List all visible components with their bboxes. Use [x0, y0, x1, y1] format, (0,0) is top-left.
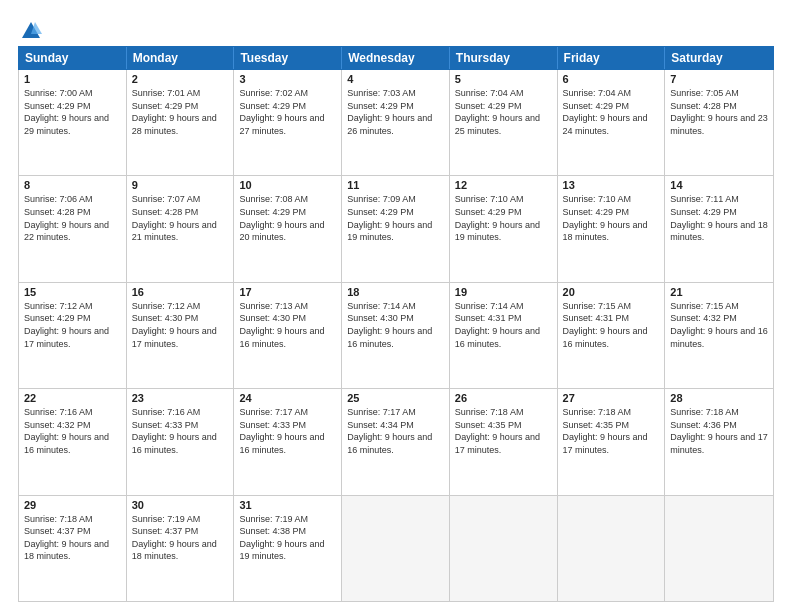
day-detail: Sunrise: 7:18 AMSunset: 4:35 PMDaylight:…: [455, 406, 552, 456]
day-detail: Sunrise: 7:05 AMSunset: 4:28 PMDaylight:…: [670, 87, 768, 137]
day-number: 16: [132, 286, 229, 298]
calendar-cell: 2Sunrise: 7:01 AMSunset: 4:29 PMDaylight…: [127, 70, 235, 175]
day-number: 7: [670, 73, 768, 85]
calendar-header: SundayMondayTuesdayWednesdayThursdayFrid…: [18, 46, 774, 70]
day-detail: Sunrise: 7:02 AMSunset: 4:29 PMDaylight:…: [239, 87, 336, 137]
calendar-cell: 1Sunrise: 7:00 AMSunset: 4:29 PMDaylight…: [19, 70, 127, 175]
calendar-cell: [558, 496, 666, 601]
calendar-week: 29Sunrise: 7:18 AMSunset: 4:37 PMDayligh…: [19, 496, 773, 601]
calendar-week: 15Sunrise: 7:12 AMSunset: 4:29 PMDayligh…: [19, 283, 773, 389]
day-detail: Sunrise: 7:10 AMSunset: 4:29 PMDaylight:…: [563, 193, 660, 243]
calendar: SundayMondayTuesdayWednesdayThursdayFrid…: [18, 46, 774, 602]
calendar-header-cell: Sunday: [19, 47, 127, 69]
page: SundayMondayTuesdayWednesdayThursdayFrid…: [0, 0, 792, 612]
day-number: 28: [670, 392, 768, 404]
day-number: 19: [455, 286, 552, 298]
day-detail: Sunrise: 7:12 AMSunset: 4:30 PMDaylight:…: [132, 300, 229, 350]
day-number: 22: [24, 392, 121, 404]
calendar-header-cell: Saturday: [665, 47, 773, 69]
calendar-cell: 24Sunrise: 7:17 AMSunset: 4:33 PMDayligh…: [234, 389, 342, 494]
calendar-cell: 19Sunrise: 7:14 AMSunset: 4:31 PMDayligh…: [450, 283, 558, 388]
calendar-cell: 5Sunrise: 7:04 AMSunset: 4:29 PMDaylight…: [450, 70, 558, 175]
calendar-cell: 3Sunrise: 7:02 AMSunset: 4:29 PMDaylight…: [234, 70, 342, 175]
calendar-cell: 25Sunrise: 7:17 AMSunset: 4:34 PMDayligh…: [342, 389, 450, 494]
calendar-header-cell: Friday: [558, 47, 666, 69]
day-detail: Sunrise: 7:07 AMSunset: 4:28 PMDaylight:…: [132, 193, 229, 243]
calendar-header-cell: Wednesday: [342, 47, 450, 69]
day-number: 26: [455, 392, 552, 404]
calendar-cell: 11Sunrise: 7:09 AMSunset: 4:29 PMDayligh…: [342, 176, 450, 281]
day-detail: Sunrise: 7:17 AMSunset: 4:34 PMDaylight:…: [347, 406, 444, 456]
day-detail: Sunrise: 7:15 AMSunset: 4:31 PMDaylight:…: [563, 300, 660, 350]
day-detail: Sunrise: 7:12 AMSunset: 4:29 PMDaylight:…: [24, 300, 121, 350]
day-detail: Sunrise: 7:13 AMSunset: 4:30 PMDaylight:…: [239, 300, 336, 350]
calendar-week: 22Sunrise: 7:16 AMSunset: 4:32 PMDayligh…: [19, 389, 773, 495]
day-detail: Sunrise: 7:18 AMSunset: 4:36 PMDaylight:…: [670, 406, 768, 456]
day-detail: Sunrise: 7:10 AMSunset: 4:29 PMDaylight:…: [455, 193, 552, 243]
day-number: 27: [563, 392, 660, 404]
day-number: 3: [239, 73, 336, 85]
calendar-header-cell: Thursday: [450, 47, 558, 69]
calendar-cell: [450, 496, 558, 601]
day-detail: Sunrise: 7:19 AMSunset: 4:38 PMDaylight:…: [239, 513, 336, 563]
day-number: 20: [563, 286, 660, 298]
logo-icon: [20, 20, 42, 42]
calendar-cell: 21Sunrise: 7:15 AMSunset: 4:32 PMDayligh…: [665, 283, 773, 388]
day-number: 5: [455, 73, 552, 85]
day-number: 23: [132, 392, 229, 404]
calendar-body: 1Sunrise: 7:00 AMSunset: 4:29 PMDaylight…: [18, 70, 774, 602]
day-number: 25: [347, 392, 444, 404]
day-detail: Sunrise: 7:04 AMSunset: 4:29 PMDaylight:…: [455, 87, 552, 137]
day-number: 8: [24, 179, 121, 191]
day-detail: Sunrise: 7:14 AMSunset: 4:31 PMDaylight:…: [455, 300, 552, 350]
day-detail: Sunrise: 7:18 AMSunset: 4:37 PMDaylight:…: [24, 513, 121, 563]
calendar-cell: 9Sunrise: 7:07 AMSunset: 4:28 PMDaylight…: [127, 176, 235, 281]
calendar-cell: 28Sunrise: 7:18 AMSunset: 4:36 PMDayligh…: [665, 389, 773, 494]
day-detail: Sunrise: 7:01 AMSunset: 4:29 PMDaylight:…: [132, 87, 229, 137]
day-number: 17: [239, 286, 336, 298]
day-number: 14: [670, 179, 768, 191]
calendar-cell: 7Sunrise: 7:05 AMSunset: 4:28 PMDaylight…: [665, 70, 773, 175]
calendar-cell: 29Sunrise: 7:18 AMSunset: 4:37 PMDayligh…: [19, 496, 127, 601]
day-detail: Sunrise: 7:16 AMSunset: 4:33 PMDaylight:…: [132, 406, 229, 456]
day-number: 11: [347, 179, 444, 191]
calendar-cell: 30Sunrise: 7:19 AMSunset: 4:37 PMDayligh…: [127, 496, 235, 601]
calendar-week: 1Sunrise: 7:00 AMSunset: 4:29 PMDaylight…: [19, 70, 773, 176]
day-detail: Sunrise: 7:14 AMSunset: 4:30 PMDaylight:…: [347, 300, 444, 350]
calendar-cell: 15Sunrise: 7:12 AMSunset: 4:29 PMDayligh…: [19, 283, 127, 388]
day-number: 18: [347, 286, 444, 298]
calendar-cell: 16Sunrise: 7:12 AMSunset: 4:30 PMDayligh…: [127, 283, 235, 388]
day-number: 12: [455, 179, 552, 191]
day-detail: Sunrise: 7:04 AMSunset: 4:29 PMDaylight:…: [563, 87, 660, 137]
calendar-cell: 6Sunrise: 7:04 AMSunset: 4:29 PMDaylight…: [558, 70, 666, 175]
calendar-cell: 23Sunrise: 7:16 AMSunset: 4:33 PMDayligh…: [127, 389, 235, 494]
calendar-cell: 26Sunrise: 7:18 AMSunset: 4:35 PMDayligh…: [450, 389, 558, 494]
day-number: 31: [239, 499, 336, 511]
calendar-cell: 10Sunrise: 7:08 AMSunset: 4:29 PMDayligh…: [234, 176, 342, 281]
calendar-cell: 31Sunrise: 7:19 AMSunset: 4:38 PMDayligh…: [234, 496, 342, 601]
day-number: 24: [239, 392, 336, 404]
day-number: 29: [24, 499, 121, 511]
calendar-cell: [342, 496, 450, 601]
calendar-cell: 4Sunrise: 7:03 AMSunset: 4:29 PMDaylight…: [342, 70, 450, 175]
logo: [18, 20, 42, 38]
day-detail: Sunrise: 7:11 AMSunset: 4:29 PMDaylight:…: [670, 193, 768, 243]
day-detail: Sunrise: 7:00 AMSunset: 4:29 PMDaylight:…: [24, 87, 121, 137]
calendar-cell: 13Sunrise: 7:10 AMSunset: 4:29 PMDayligh…: [558, 176, 666, 281]
day-number: 30: [132, 499, 229, 511]
day-detail: Sunrise: 7:16 AMSunset: 4:32 PMDaylight:…: [24, 406, 121, 456]
day-number: 10: [239, 179, 336, 191]
day-number: 9: [132, 179, 229, 191]
day-detail: Sunrise: 7:15 AMSunset: 4:32 PMDaylight:…: [670, 300, 768, 350]
day-number: 1: [24, 73, 121, 85]
day-detail: Sunrise: 7:06 AMSunset: 4:28 PMDaylight:…: [24, 193, 121, 243]
calendar-cell: [665, 496, 773, 601]
calendar-cell: 27Sunrise: 7:18 AMSunset: 4:35 PMDayligh…: [558, 389, 666, 494]
day-number: 13: [563, 179, 660, 191]
day-number: 15: [24, 286, 121, 298]
calendar-cell: 14Sunrise: 7:11 AMSunset: 4:29 PMDayligh…: [665, 176, 773, 281]
day-detail: Sunrise: 7:08 AMSunset: 4:29 PMDaylight:…: [239, 193, 336, 243]
calendar-cell: 12Sunrise: 7:10 AMSunset: 4:29 PMDayligh…: [450, 176, 558, 281]
day-detail: Sunrise: 7:03 AMSunset: 4:29 PMDaylight:…: [347, 87, 444, 137]
day-detail: Sunrise: 7:09 AMSunset: 4:29 PMDaylight:…: [347, 193, 444, 243]
